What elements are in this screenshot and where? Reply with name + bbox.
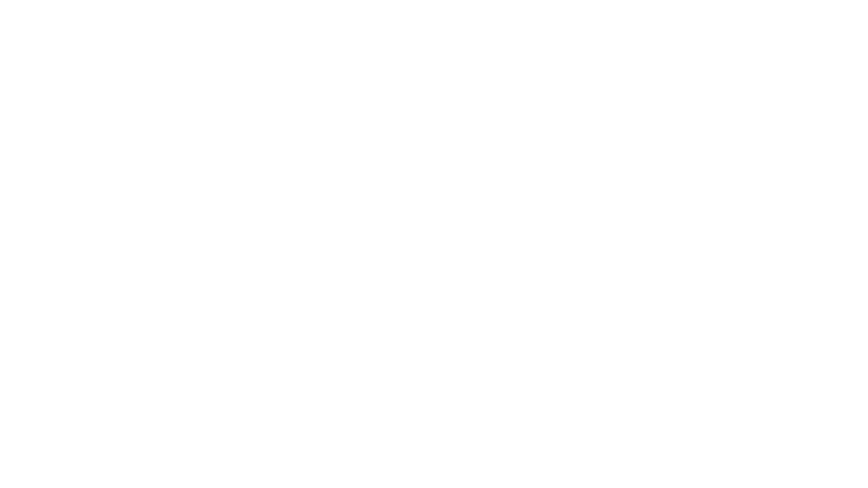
diagram-container: [0, 0, 868, 488]
connections-svg: [0, 0, 868, 488]
